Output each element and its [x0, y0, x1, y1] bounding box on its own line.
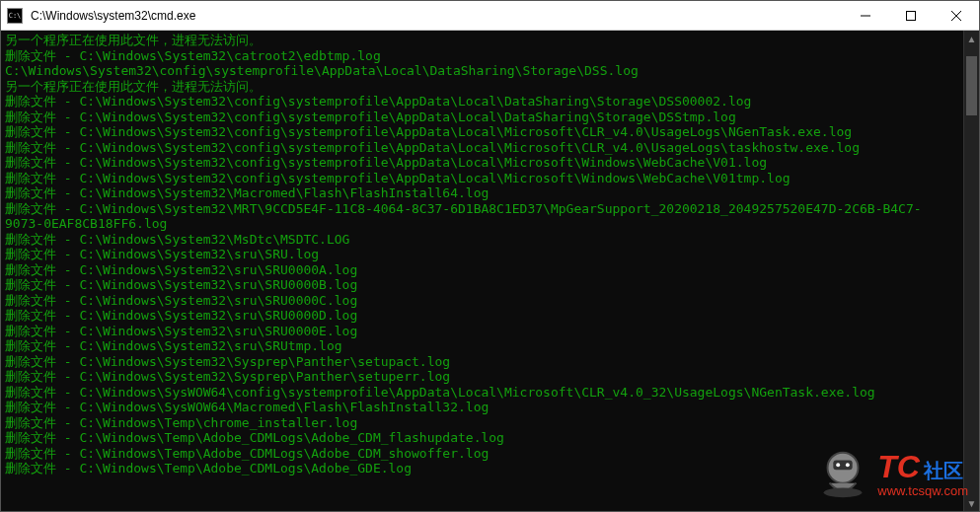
window-title: C:\Windows\system32\cmd.exe — [29, 9, 843, 23]
svg-rect-1 — [907, 11, 916, 20]
minimize-icon — [861, 11, 870, 21]
scroll-up-arrow[interactable]: ▲ — [964, 31, 979, 46]
cmd-window: C:\Windows\system32\cmd.exe 另一个程序正在使用此文件… — [0, 0, 980, 512]
titlebar[interactable]: C:\Windows\system32\cmd.exe — [1, 1, 979, 31]
minimize-button[interactable] — [843, 1, 888, 30]
window-controls — [843, 1, 979, 30]
console-area: 另一个程序正在使用此文件，进程无法访问。 删除文件 - C:\Windows\S… — [1, 31, 979, 511]
cmd-icon — [7, 8, 23, 24]
scroll-down-arrow[interactable]: ▼ — [964, 495, 979, 511]
maximize-button[interactable] — [888, 1, 934, 30]
close-icon — [951, 11, 961, 21]
close-button[interactable] — [934, 1, 979, 30]
console-output[interactable]: 另一个程序正在使用此文件，进程无法访问。 删除文件 - C:\Windows\S… — [1, 31, 963, 511]
scroll-thumb[interactable] — [966, 56, 977, 115]
vertical-scrollbar[interactable]: ▲ ▼ — [963, 31, 979, 511]
maximize-icon — [906, 11, 916, 21]
